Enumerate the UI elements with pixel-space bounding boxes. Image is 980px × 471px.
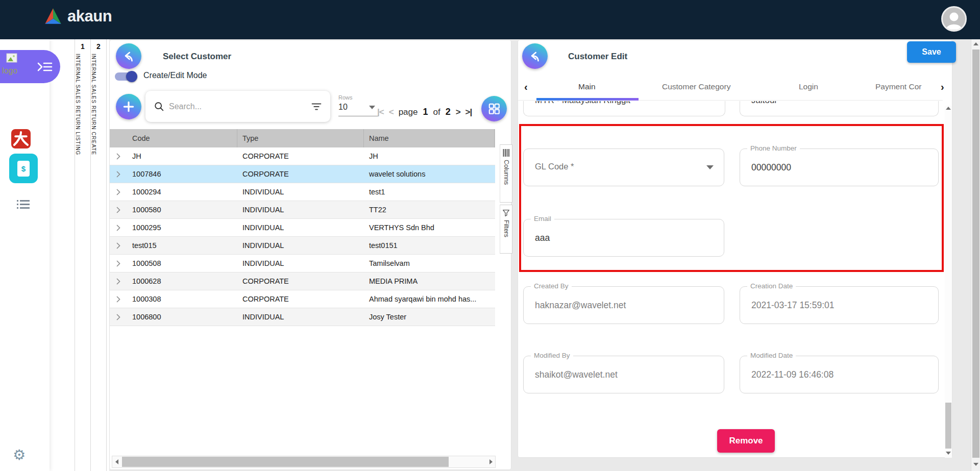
cell-name: VERTHYS Sdn Bhd [364, 224, 495, 232]
cell-name: Tamilselvam [364, 259, 495, 267]
tabs-scroll-right-icon[interactable]: › [941, 81, 944, 93]
table-horizontal-scrollbar[interactable] [112, 456, 496, 468]
row-expander-icon[interactable] [110, 171, 127, 178]
cell-name: TT22 [364, 206, 495, 214]
create-edit-mode-toggle[interactable] [115, 72, 136, 81]
row-expander-icon[interactable] [110, 153, 127, 160]
column-header-code[interactable]: Code [127, 129, 237, 147]
settings-gear-icon[interactable]: ⚙ [13, 447, 26, 463]
scroll-up-icon[interactable] [973, 42, 978, 45]
gl-code-select[interactable]: GL Code * [523, 148, 724, 186]
chevron-down-icon [706, 165, 714, 169]
horizontal-scroll-thumb[interactable] [122, 457, 449, 467]
cjk-da-glyph-icon [11, 129, 31, 148]
row-expander-icon[interactable] [110, 242, 127, 249]
brand-name: akaun [67, 7, 112, 26]
tenant-logo-chip[interactable]: logo [0, 50, 60, 83]
app-sidebar: $ ⚙ [0, 39, 50, 471]
workspace-tab-listing[interactable]: 1 INTERNAL SALES RETURN LISTING [75, 39, 90, 471]
grid-view-button[interactable] [481, 96, 507, 121]
first-page-button[interactable]: |< [377, 107, 384, 117]
row-expander-icon[interactable] [110, 207, 127, 213]
form-scrollbar[interactable] [945, 106, 952, 458]
cell-name: test0151 [364, 241, 495, 250]
scroll-down-icon[interactable] [973, 463, 978, 466]
column-header-type[interactable]: Type [237, 129, 364, 147]
filters-tab-label: Filters [503, 220, 510, 237]
columns-side-tab[interactable]: Columns [500, 144, 512, 203]
row-expander-icon[interactable] [110, 225, 127, 231]
table-row[interactable]: 1000308 CORPORATE Ahmad syarqawi bin moh… [110, 290, 495, 308]
page-scrollbar[interactable] [971, 39, 980, 471]
table-row[interactable]: 1000295 INDIVIDUAL VERTHYS Sdn Bhd [110, 219, 495, 237]
total-pages: 2 [446, 107, 451, 117]
back-button[interactable] [116, 43, 141, 69]
tab-payment-config[interactable]: Payment Cor [875, 82, 938, 91]
creation-date-value: 2021-03-17 15:59:01 [751, 300, 835, 311]
tab-login[interactable]: Login [799, 82, 818, 91]
row-expander-icon[interactable] [110, 260, 127, 267]
email-field[interactable]: Email aaa [523, 219, 724, 257]
clipped-field-right[interactable]: Jaitour [740, 101, 939, 116]
back-button[interactable] [522, 43, 548, 69]
cell-type: CORPORATE [237, 170, 364, 178]
sidebar-collapse-icon[interactable] [37, 61, 53, 75]
table-row[interactable]: test015 INDIVIDUAL test0151 [110, 237, 495, 255]
workspace-tab-label: INTERNAL SALES RETURN CREATE [91, 54, 96, 339]
pdf-app-icon[interactable] [11, 129, 31, 148]
prev-page-button[interactable]: < [389, 107, 394, 117]
scroll-up-icon[interactable] [946, 107, 951, 110]
cell-type: CORPORATE [237, 277, 364, 285]
gl-code-label: GL Code * [535, 162, 574, 171]
search-icon [154, 101, 165, 112]
search-input[interactable] [169, 102, 307, 111]
table-row[interactable]: 1000294 INDIVIDUAL test1 [110, 183, 495, 201]
table-row[interactable]: 1006800 INDIVIDUAL Josy Tester [110, 308, 495, 326]
workspace-tab-number: 1 [75, 42, 90, 51]
row-expander-icon[interactable] [110, 189, 127, 195]
scroll-left-icon[interactable] [112, 456, 121, 467]
list-menu-icon[interactable] [17, 200, 30, 212]
page-scroll-thumb[interactable] [972, 49, 979, 458]
column-header-name[interactable]: Name [364, 129, 495, 147]
next-page-button[interactable]: > [456, 107, 460, 117]
cell-code: 1000508 [127, 259, 237, 267]
tabs-scroll-left-icon[interactable]: ‹ [524, 81, 528, 93]
tab-main[interactable]: Main [578, 82, 596, 91]
scroll-right-icon[interactable] [486, 456, 495, 467]
filter-funnel-icon [502, 209, 510, 217]
form-scroll-thumb[interactable] [945, 403, 951, 449]
remove-button[interactable]: Remove [717, 429, 775, 453]
user-avatar[interactable] [941, 6, 967, 32]
phone-number-field[interactable]: Phone Number 00000000 [740, 148, 939, 186]
rows-label: Rows [338, 94, 379, 101]
invoice-app-icon[interactable]: $ [9, 154, 38, 183]
table-row[interactable]: JH CORPORATE JH [110, 147, 495, 165]
table-row-selected[interactable]: 1007846 CORPORATE wavelet solutions [110, 165, 495, 183]
row-expander-icon[interactable] [110, 278, 127, 285]
edit-tabs-bar: ‹ Main Customer Category Login Payment C… [518, 76, 943, 101]
cell-code: 1006800 [127, 313, 237, 321]
rows-select[interactable]: 10 [338, 101, 378, 116]
filter-list-icon[interactable] [311, 102, 322, 112]
table-row[interactable]: 1000580 INDIVIDUAL TT22 [110, 201, 495, 219]
row-expander-icon[interactable] [110, 314, 127, 320]
columns-tab-label: Columns [503, 160, 510, 185]
current-page: 1 [423, 107, 428, 117]
filters-side-tab[interactable]: Filters [500, 205, 512, 254]
table-row[interactable]: 1000628 CORPORATE MEDIA PRIMA [110, 272, 495, 290]
cell-type: INDIVIDUAL [237, 206, 364, 214]
phone-value: 00000000 [751, 162, 791, 173]
email-value: aaa [535, 233, 550, 243]
scroll-down-icon[interactable] [946, 452, 951, 455]
workspace-tab-create[interactable]: 2 INTERNAL SALES RETURN CREATE [90, 39, 107, 471]
save-button[interactable]: Save [907, 41, 956, 63]
last-page-button[interactable]: >| [465, 107, 472, 117]
row-expander-icon[interactable] [110, 296, 127, 303]
expander-column-header [110, 129, 127, 147]
currency-field-clipped[interactable]: MYR - Malaysian Ringgit [523, 101, 725, 116]
tab-customer-category[interactable]: Customer Category [662, 82, 730, 91]
rows-per-page: Rows 10 [338, 94, 379, 116]
table-row[interactable]: 1000508 INDIVIDUAL Tamilselvam [110, 255, 495, 272]
add-customer-button[interactable] [116, 94, 141, 119]
